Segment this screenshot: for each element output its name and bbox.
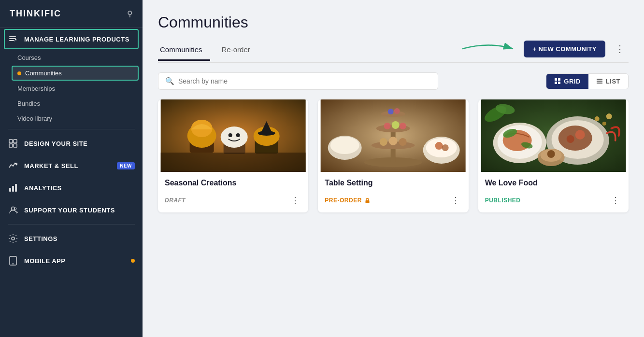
- card-image-welove: [478, 99, 629, 172]
- divider: [8, 129, 135, 129]
- more-options-button[interactable]: ⋮: [611, 42, 629, 56]
- status-badge-seasonal: DRAFT: [165, 197, 186, 204]
- sidebar: THINKIFIC ⚲ MANAGE LEARNING PRODUCTS Cou…: [0, 0, 143, 337]
- search-input[interactable]: [178, 77, 431, 85]
- svg-rect-1: [9, 38, 16, 39]
- card-image-seasonal: [158, 99, 308, 172]
- welove-image: [478, 99, 629, 172]
- svg-point-28: [221, 126, 248, 148]
- svg-point-29: [229, 133, 232, 137]
- new-badge: NEW: [117, 162, 135, 169]
- grid-view-button[interactable]: GRID: [546, 74, 588, 89]
- active-dot: [17, 71, 21, 75]
- svg-rect-21: [597, 81, 602, 82]
- svg-rect-5: [9, 144, 13, 147]
- sidebar-item-video-library[interactable]: Video library: [8, 111, 143, 126]
- card-footer-welove: PUBLISHED ⋮: [478, 190, 629, 212]
- sidebar-item-design[interactable]: DESIGN YOUR SITE: [0, 132, 143, 154]
- list-view-button[interactable]: LIST: [588, 74, 628, 89]
- sidebar-item-settings[interactable]: SETTINGS: [0, 227, 143, 250]
- cards-grid: Seasonal Creations DRAFT ⋮: [158, 99, 629, 212]
- sub-nav: Courses Communities Memberships Bundles …: [0, 50, 143, 126]
- logo-text: THINKIFIC: [10, 9, 61, 19]
- list-label: LIST: [606, 78, 620, 85]
- page-title: Communities: [158, 14, 629, 31]
- search-icon[interactable]: ⚲: [127, 9, 133, 18]
- support-label: SUPPORT YOUR STUDENTS: [24, 207, 115, 214]
- mobile-dot: [131, 259, 135, 263]
- support-icon: [8, 205, 18, 215]
- table-image: [318, 99, 468, 172]
- svg-rect-9: [15, 184, 17, 192]
- svg-rect-2: [9, 40, 14, 41]
- mobile-label: MOBILE APP: [24, 257, 65, 265]
- card-body-welove: We Love Food: [478, 172, 629, 187]
- grid-icon: [554, 78, 561, 84]
- sidebar-item-courses[interactable]: Courses: [8, 50, 143, 65]
- communities-label: Communities: [25, 70, 62, 77]
- video-library-label: Video library: [17, 115, 52, 122]
- svg-rect-18: [555, 82, 557, 84]
- svg-point-72: [606, 113, 612, 119]
- toolbar: 🔍 GRID: [158, 72, 629, 90]
- market-icon: [8, 160, 18, 171]
- search-icon: 🔍: [165, 77, 174, 85]
- sidebar-item-support[interactable]: SUPPORT YOUR STUDENTS: [0, 199, 143, 221]
- grid-label: GRID: [564, 78, 581, 85]
- svg-rect-19: [558, 82, 560, 84]
- sidebar-item-bundles[interactable]: Bundles: [8, 96, 143, 111]
- edit-icon: [8, 34, 18, 44]
- analytics-icon: [8, 183, 18, 193]
- svg-rect-7: [9, 188, 11, 192]
- card-title-seasonal: Seasonal Creations: [165, 179, 301, 187]
- page-header: Communities Communities Re-order + NEW C…: [143, 0, 644, 63]
- sidebar-item-communities[interactable]: Communities: [12, 66, 139, 81]
- new-community-button[interactable]: + NEW COMMUNITY: [524, 41, 605, 57]
- card-menu-table[interactable]: ⋮: [449, 195, 462, 206]
- settings-icon: [8, 233, 18, 244]
- tabs-actions: + NEW COMMUNITY ⋮: [460, 39, 629, 62]
- card-menu-seasonal[interactable]: ⋮: [289, 195, 301, 206]
- tab-communities[interactable]: Communities: [158, 42, 210, 61]
- card-table-setting: Table Setting PRE-ORDER ⋮: [318, 99, 468, 212]
- svg-point-54: [435, 142, 443, 150]
- settings-label: SETTINGS: [24, 235, 57, 242]
- svg-point-48: [388, 109, 394, 114]
- sidebar-logo: THINKIFIC ⚲: [0, 0, 143, 28]
- market-label: MARKET & SELL: [24, 162, 78, 169]
- sidebar-item-manage-learning[interactable]: MANAGE LEARNING PRODUCTS: [4, 29, 139, 49]
- tabs-bar: Communities Re-order + NEW COMMUNITY ⋮: [158, 39, 629, 63]
- svg-point-51: [330, 137, 359, 154]
- design-icon: [8, 138, 18, 149]
- svg-rect-4: [14, 140, 17, 143]
- svg-point-43: [389, 137, 398, 145]
- svg-point-55: [442, 144, 449, 151]
- design-label: DESIGN YOUR SITE: [24, 140, 87, 147]
- svg-rect-56: [365, 200, 369, 203]
- svg-point-66: [575, 130, 585, 140]
- seasonal-image: [158, 99, 308, 172]
- sidebar-item-mobile[interactable]: MOBILE APP: [0, 250, 143, 272]
- svg-rect-3: [9, 140, 13, 143]
- svg-point-47: [400, 123, 406, 129]
- svg-point-67: [566, 135, 574, 143]
- view-toggle: GRID LIST: [546, 73, 629, 89]
- sidebar-item-manage-learning-label: MANAGE LEARNING PRODUCTS: [24, 36, 129, 43]
- svg-rect-0: [9, 36, 16, 37]
- card-seasonal-creations: Seasonal Creations DRAFT ⋮: [158, 99, 308, 212]
- svg-point-49: [394, 108, 400, 114]
- card-body-table: Table Setting: [318, 172, 468, 187]
- sidebar-item-market[interactable]: MARKET & SELL NEW: [0, 154, 143, 177]
- card-menu-welove[interactable]: ⋮: [609, 195, 622, 206]
- svg-rect-22: [597, 83, 602, 84]
- svg-point-45: [384, 123, 391, 129]
- lock-icon: [364, 197, 371, 204]
- mobile-icon: [8, 255, 18, 266]
- main-content: Communities Communities Re-order + NEW C…: [143, 0, 644, 337]
- sidebar-item-memberships[interactable]: Memberships: [8, 81, 143, 96]
- courses-label: Courses: [17, 54, 41, 61]
- svg-point-34: [258, 131, 275, 136]
- card-footer-seasonal: DRAFT ⋮: [158, 190, 308, 212]
- sidebar-item-analytics[interactable]: ANALYTICS: [0, 177, 143, 199]
- tab-reorder[interactable]: Re-order: [220, 42, 258, 61]
